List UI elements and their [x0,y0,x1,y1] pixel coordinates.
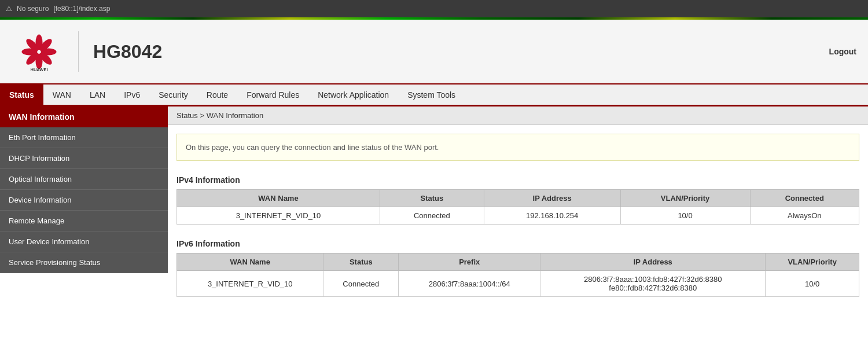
info-box: On this page, you can query the connecti… [176,134,859,161]
ipv6-col-status: Status [323,254,399,271]
huawei-logo: HUAWEI [17,30,61,74]
sidebar-item-optical[interactable]: Optical Information [0,169,168,190]
sidebar-item-service[interactable]: Service Provisioning Status [0,252,168,273]
ipv6-row-wan-name: 3_INTERNET_R_VID_10 [177,271,323,297]
content-area: Status > WAN Information On this page, y… [168,106,868,338]
header-divider [78,31,79,72]
nav-bar: Status WAN LAN IPv6 Security Route Forwa… [0,84,868,106]
info-text: On this page, you can query the connecti… [186,143,439,152]
ipv6-row-prefix: 2806:3f7:8aaa:1004::/64 [399,271,540,297]
browser-bar: ⚠ No seguro [fe80::1]/index.asp [0,0,868,17]
logout-area[interactable]: Logout [818,38,868,65]
ipv6-table: WAN Name Status Prefix IP Address VLAN/P… [176,253,859,297]
ipv4-col-wan-name: WAN Name [177,190,380,207]
main-layout: WAN Information Eth Port Information DHC… [0,106,868,338]
header: HUAWEI HG8042 Logout [0,20,868,83]
ipv4-col-status: Status [380,190,484,207]
nav-item-ipv6[interactable]: IPv6 [115,84,149,105]
ipv6-col-vlan: VLAN/Priority [766,254,859,271]
sidebar-active-header[interactable]: WAN Information [0,106,168,127]
ipv6-ip-line2: fe80::fdb8:427f:32d6:8380 [547,284,758,292]
table-row: 3_INTERNET_R_VID_10 Connected 192.168.10… [177,207,859,225]
ipv6-row-vlan: 10/0 [766,271,859,297]
logo-block: HUAWEI [0,24,72,79]
browser-security-label: No seguro [17,5,49,13]
security-warning-icon: ⚠ [6,5,12,13]
logout-button[interactable]: Logout [829,47,856,56]
ipv4-row-status: Connected [380,207,484,225]
ipv4-row-vlan: 10/0 [620,207,750,225]
sidebar-item-eth-port[interactable]: Eth Port Information [0,127,168,148]
product-name-area: HG8042 [84,41,162,63]
ipv6-ip-line1: 2806:3f7:8aaa:1003:fdb8:427f:32d6:8380 [547,275,758,284]
sidebar-item-remote[interactable]: Remote Manage [0,211,168,232]
ipv4-section-title: IPv4 Information [168,170,868,189]
sidebar-item-dhcp[interactable]: DHCP Information [0,148,168,169]
ipv4-row-ip: 192.168.10.254 [484,207,620,225]
ipv4-col-vlan: VLAN/Priority [620,190,750,207]
ipv4-row-connected: AlwaysOn [750,207,859,225]
header-inner: HUAWEI HG8042 Logout [0,20,868,83]
ipv4-row-wan-name: 3_INTERNET_R_VID_10 [177,207,380,225]
nav-item-route[interactable]: Route [197,84,237,105]
sidebar-item-user-device[interactable]: User Device Information [0,232,168,252]
nav-item-lan[interactable]: LAN [80,84,115,105]
nav-item-network-application[interactable]: Network Application [308,84,398,105]
sidebar: WAN Information Eth Port Information DHC… [0,106,168,338]
nav-item-forward-rules[interactable]: Forward Rules [237,84,308,105]
ipv6-row-status: Connected [323,271,399,297]
ipv4-table: WAN Name Status IP Address VLAN/Priority… [176,189,859,225]
product-name: HG8042 [93,41,162,63]
ipv4-col-ip: IP Address [484,190,620,207]
browser-url: [fe80::1]/index.asp [53,5,110,13]
nav-item-system-tools[interactable]: System Tools [398,84,465,105]
ipv6-col-wan-name: WAN Name [177,254,323,271]
nav-item-wan[interactable]: WAN [43,84,80,105]
page-wrapper: HUAWEI HG8042 Logout Status WAN LAN IPv6… [0,17,868,338]
ipv6-row-ip: 2806:3f7:8aaa:1003:fdb8:427f:32d6:8380 f… [540,271,766,297]
sidebar-item-device[interactable]: Device Information [0,190,168,211]
table-row: 3_INTERNET_R_VID_10 Connected 2806:3f7:8… [177,271,859,297]
ipv6-col-ip: IP Address [540,254,766,271]
svg-text:HUAWEI: HUAWEI [31,67,48,72]
breadcrumb: Status > WAN Information [168,106,868,125]
nav-item-security[interactable]: Security [149,84,197,105]
nav-item-status[interactable]: Status [0,84,43,105]
ipv4-col-connected: Connected [750,190,859,207]
ipv6-section-title: IPv6 Information [168,233,868,253]
ipv6-col-prefix: Prefix [399,254,540,271]
